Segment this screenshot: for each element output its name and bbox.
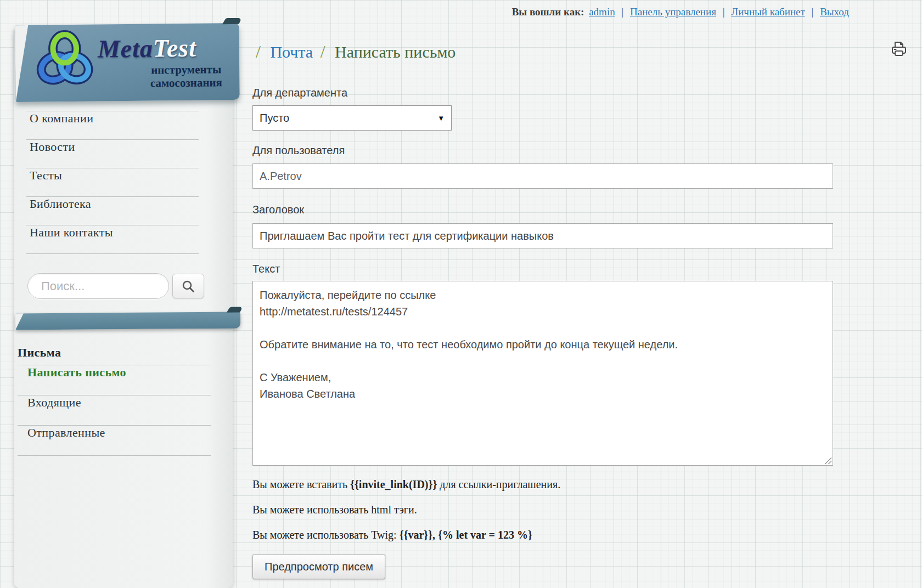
logo-text: MetaTest инструменты самосознания — [97, 34, 238, 91]
breadcrumb: / Почта / Написать письмо — [252, 42, 833, 65]
hint-invite-link: Вы можете вставить {{invite_link(ID)}} д… — [252, 478, 833, 491]
hint-twig: Вы можете использовать Twig: {{var}}, {%… — [252, 529, 833, 542]
sidebar-search — [27, 273, 204, 299]
search-input[interactable] — [27, 273, 169, 299]
page-title: Написать письмо — [335, 43, 456, 61]
metatest-logo-icon — [33, 30, 95, 94]
print-button[interactable] — [890, 41, 908, 59]
page: Вы вошли как: admin | Панель управления … — [0, 0, 922, 588]
department-select[interactable]: Пусто ▼ — [252, 105, 452, 131]
sidebar-item-sent[interactable]: Отправленные — [18, 426, 211, 456]
topbar: Вы вошли как: admin | Панель управления … — [512, 6, 849, 18]
subject-input[interactable] — [252, 223, 833, 248]
preview-button[interactable]: Предпросмотр писем — [252, 554, 385, 579]
topbar-link-personal-cabinet[interactable]: Личный кабинет — [731, 6, 805, 18]
search-button[interactable] — [172, 274, 204, 298]
sidebar-item-library[interactable]: Библиотека — [26, 197, 199, 225]
logged-in-as-label: Вы вошли как: — [512, 6, 584, 18]
sidebar-item-inbox[interactable]: Входящие — [18, 395, 211, 426]
sidebar-ribbon-divider — [15, 312, 240, 330]
breadcrumb-link-mail[interactable]: Почта — [270, 43, 313, 61]
topbar-separator: | — [621, 6, 623, 18]
department-select-value: Пусто — [260, 112, 289, 125]
main-content: / Почта / Написать письмо Для департамен… — [252, 0, 833, 579]
user-label: Для пользователя — [252, 144, 833, 156]
topbar-link-logout[interactable]: Выход — [820, 6, 849, 18]
sidebar-item-compose-letter[interactable]: Написать письмо — [18, 365, 211, 395]
breadcrumb-slash: / — [256, 42, 261, 61]
topbar-separator: | — [812, 6, 814, 18]
hint-html-tags: Вы можете использовать html тэги. — [252, 504, 833, 517]
topbar-link-control-panel[interactable]: Панель управления — [630, 6, 716, 18]
sidebar-item-contacts[interactable]: Наши контакты — [26, 225, 199, 254]
breadcrumb-slash: / — [321, 42, 325, 61]
message-textarea-wrap: Пожалуйста, перейдите по ссылке http://m… — [252, 281, 833, 466]
logo-banner[interactable]: MetaTest инструменты самосознания — [15, 23, 239, 102]
brand-tagline: инструменты самосознания — [134, 63, 238, 90]
brand-name: MetaTest — [97, 34, 238, 63]
sidebar-item-tests[interactable]: Тесты — [26, 168, 199, 197]
department-label: Для департамента — [252, 87, 833, 99]
sidebar-menu: О компании Новости Тесты Библиотека Наши… — [26, 111, 199, 254]
topbar-separator: | — [723, 6, 725, 18]
topbar-link-admin[interactable]: admin — [589, 6, 615, 18]
user-input[interactable] — [252, 163, 833, 189]
sidebar-item-about[interactable]: О компании — [26, 111, 199, 140]
printer-icon — [890, 41, 908, 57]
search-icon — [181, 279, 195, 293]
letters-section-title: Письма — [18, 346, 211, 365]
chevron-down-icon: ▼ — [437, 114, 445, 122]
message-textarea[interactable]: Пожалуйста, перейдите по ссылке http://m… — [252, 281, 833, 466]
letters-section: Письма Написать письмо Входящие Отправле… — [18, 346, 211, 456]
text-label: Текст — [252, 263, 833, 275]
subject-label: Заголовок — [252, 203, 833, 216]
sidebar-item-news[interactable]: Новости — [26, 140, 199, 168]
